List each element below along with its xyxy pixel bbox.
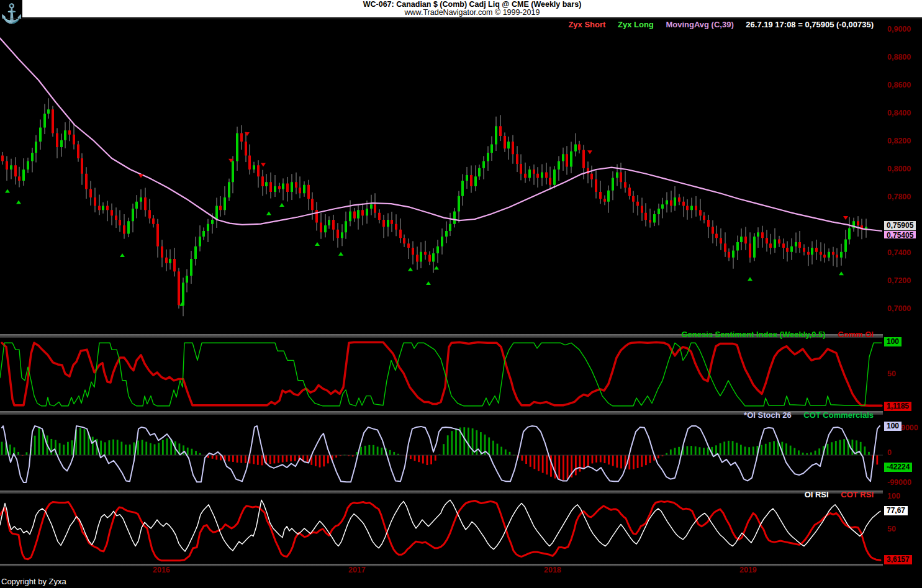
price-tick: 0,7200 <box>887 276 911 285</box>
price-tick: 0,8400 <box>887 109 911 117</box>
price-tick: 0,8200 <box>887 137 911 145</box>
comm-oi-value-badge: 1,1185 <box>884 402 911 411</box>
price-tick: 0,7800 <box>887 192 911 201</box>
chart-header: WC-067: Canadian $ (Comb) Cadj Liq @ CME… <box>22 0 922 17</box>
buy-signal-triangle-icon <box>748 277 753 281</box>
stoch-tick: -99000 <box>887 478 911 487</box>
price-tick: 0,8800 <box>887 53 911 61</box>
sell-signal-triangle-icon <box>138 174 143 178</box>
price-tick: 0,8000 <box>887 165 911 173</box>
buy-signal-triangle-icon <box>16 201 21 204</box>
year-tick: 2016 <box>153 566 170 574</box>
legend-zyx-short[interactable]: Zyx Short <box>568 20 605 29</box>
stoch-value-badge: 100 <box>884 422 902 431</box>
sell-signal-triangle-icon <box>587 150 592 154</box>
legend-oi-stoch[interactable]: *OI Stoch 26 <box>744 410 792 420</box>
cot-rsi-value-badge: 3,6157 <box>884 555 912 564</box>
buy-signal-triangle-icon <box>426 281 431 285</box>
trade-navigator-window: ⚓ WC-067: Canadian $ (Comb) Cadj Liq @ C… <box>0 0 922 588</box>
price-tick: 0,9000 <box>887 25 911 34</box>
copyright-note: Copyright by Zyxa <box>1 577 66 586</box>
sentiment-tick: 50 <box>887 369 896 378</box>
legend-cot-commercials[interactable]: COT Commercials <box>803 410 874 420</box>
year-tick: 2018 <box>544 566 561 574</box>
buy-signal-triangle-icon <box>315 242 320 246</box>
site-credit: www.TradeNavigator.com © 1999-2019 <box>22 9 922 17</box>
sentiment-panel-legend: Genesis Sentiment Index (Weekly,0.5) Com… <box>671 330 874 339</box>
buy-signal-triangle-icon <box>5 189 10 193</box>
price-tick: 0,7400 <box>887 248 911 257</box>
rsi-tick: 50 <box>887 525 896 533</box>
buy-signal-triangle-icon <box>338 252 343 256</box>
rsi-panel[interactable] <box>0 494 883 564</box>
cot-commercials-value-badge: -42224 <box>884 463 912 472</box>
price-panel[interactable] <box>0 19 883 334</box>
legend-moving-avg[interactable]: MovingAvg (C,39) <box>666 20 733 29</box>
price-tick: 0,8600 <box>887 81 911 89</box>
sentiment-panel[interactable] <box>0 338 883 411</box>
price-axis[interactable]: 0,90000,88000,86000,84000,82000,80000,78… <box>887 0 922 588</box>
legend-oi-rsi[interactable]: OI RSI <box>805 490 829 499</box>
legend-zyx-long[interactable]: Zyx Long <box>618 20 654 29</box>
chart-title: WC-067: Canadian $ (Comb) Cadj Liq @ CME… <box>22 0 922 9</box>
year-tick: 2017 <box>348 566 366 574</box>
sell-signal-triangle-icon <box>245 132 250 136</box>
sentiment-value-badge: 100 <box>884 337 902 346</box>
buy-signal-triangle-icon <box>266 212 271 215</box>
buy-signal-triangle-icon <box>434 266 439 269</box>
price-panel-legend: Zyx Short Zyx Long MovingAvg (C,39) 26.7… <box>558 20 874 29</box>
stoch-commercials-panel[interactable] <box>0 415 883 491</box>
stoch-tick: 0 <box>887 448 892 457</box>
buy-signal-triangle-icon <box>120 253 125 257</box>
rsi-panel-legend: OI RSI COT RSI <box>795 490 874 499</box>
sell-signal-triangle-icon <box>261 163 266 167</box>
legend-last-quote: 26.7.19 17:08 = 0,75905 (-0,00735) <box>746 20 874 29</box>
buy-signal-triangle-icon <box>839 271 844 275</box>
sell-signal-triangle-icon <box>843 216 848 220</box>
buy-signal-triangle-icon <box>408 268 413 271</box>
legend-sentiment-index[interactable]: Genesis Sentiment Index (Weekly,0.5) <box>681 330 825 339</box>
oi-rsi-value-badge: 77,67 <box>884 506 908 515</box>
rsi-tick: 100 <box>887 492 900 500</box>
price-tick: 0,7000 <box>887 304 911 313</box>
buy-signal-triangle-icon <box>279 203 284 207</box>
moving-avg-badge: 0,75405 <box>884 231 916 238</box>
legend-cot-rsi[interactable]: COT RSI <box>841 490 874 499</box>
legend-comm-oi[interactable]: Comm OI <box>838 330 874 339</box>
year-tick: 2019 <box>739 566 757 574</box>
stoch-panel-legend: *OI Stoch 26 COT Commercials <box>734 410 874 420</box>
last-price-badge: 0,75905 <box>884 221 916 230</box>
